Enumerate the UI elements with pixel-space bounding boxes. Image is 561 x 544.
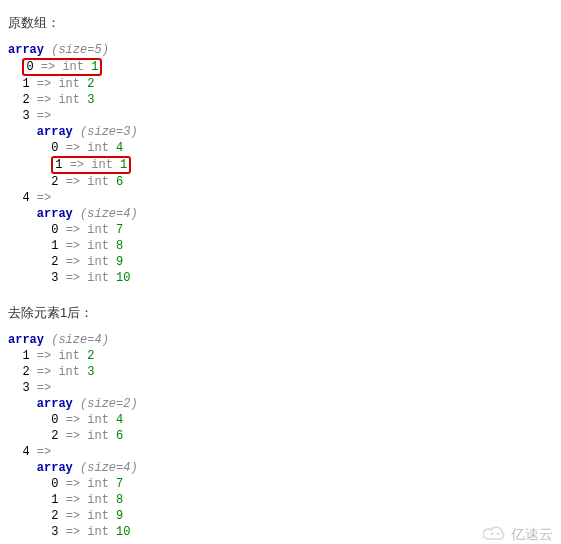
index: 1 [51, 239, 58, 253]
svg-point-0 [491, 533, 494, 536]
index: 2 [22, 365, 29, 379]
index: 0 [26, 60, 33, 74]
type-int: int [87, 255, 109, 269]
type-int: int [87, 223, 109, 237]
svg-point-1 [497, 533, 500, 536]
int-value: 9 [116, 509, 123, 523]
index: 3 [51, 271, 58, 285]
index: 1 [22, 349, 29, 363]
array-keyword: array [37, 207, 73, 221]
arrow: => [37, 77, 51, 91]
index: 1 [55, 158, 62, 172]
type-int: int [87, 509, 109, 523]
int-value: 7 [116, 223, 123, 237]
index: 2 [51, 255, 58, 269]
int-value: 1 [120, 158, 127, 172]
int-value: 10 [116, 271, 130, 285]
index: 0 [51, 413, 58, 427]
arrow: => [66, 255, 80, 269]
arrow: => [37, 365, 51, 379]
size-meta: (size=4) [80, 461, 138, 475]
arrow: => [66, 175, 80, 189]
size-meta: (size=5) [51, 43, 109, 57]
highlight-box: 1 => int 1 [51, 156, 131, 174]
type-int: int [58, 349, 80, 363]
arrow: => [37, 109, 51, 123]
arrow: => [37, 381, 51, 395]
int-value: 4 [116, 141, 123, 155]
size-meta: (size=4) [80, 207, 138, 221]
type-int: int [87, 429, 109, 443]
index: 3 [22, 381, 29, 395]
int-value: 1 [91, 60, 98, 74]
document-root: 原数组： array (size=5) 0 => int 1 1 => int … [8, 14, 553, 540]
type-int: int [58, 365, 80, 379]
array-keyword: array [37, 397, 73, 411]
array-keyword: array [8, 333, 44, 347]
arrow: => [66, 413, 80, 427]
index: 1 [22, 77, 29, 91]
type-int: int [87, 239, 109, 253]
arrow: => [37, 349, 51, 363]
index: 0 [51, 477, 58, 491]
watermark: 亿速云 [483, 525, 553, 544]
highlight-box: 0 => int 1 [22, 58, 102, 76]
arrow: => [66, 429, 80, 443]
int-value: 2 [87, 349, 94, 363]
array-dump-after: array (size=4) 1 => int 2 2 => int 3 3 =… [8, 332, 553, 540]
size-meta: (size=3) [80, 125, 138, 139]
type-int: int [87, 493, 109, 507]
type-int: int [87, 525, 109, 539]
arrow: => [66, 477, 80, 491]
heading-before: 原数组： [8, 14, 553, 32]
array-dump-before: array (size=5) 0 => int 1 1 => int 2 2 =… [8, 42, 553, 286]
index: 4 [22, 191, 29, 205]
arrow: => [70, 158, 84, 172]
type-int: int [87, 271, 109, 285]
size-meta: (size=4) [51, 333, 109, 347]
arrow: => [66, 509, 80, 523]
index: 0 [51, 223, 58, 237]
arrow: => [66, 141, 80, 155]
arrow: => [66, 239, 80, 253]
arrow: => [66, 493, 80, 507]
index: 2 [51, 429, 58, 443]
watermark-text: 亿速云 [511, 526, 553, 544]
arrow: => [37, 445, 51, 459]
index: 2 [22, 93, 29, 107]
int-value: 4 [116, 413, 123, 427]
int-value: 3 [87, 93, 94, 107]
int-value: 8 [116, 239, 123, 253]
type-int: int [91, 158, 113, 172]
size-meta: (size=2) [80, 397, 138, 411]
int-value: 9 [116, 255, 123, 269]
index: 2 [51, 175, 58, 189]
int-value: 3 [87, 365, 94, 379]
int-value: 8 [116, 493, 123, 507]
arrow: => [41, 60, 55, 74]
array-keyword: array [37, 125, 73, 139]
type-int: int [87, 413, 109, 427]
type-int: int [62, 60, 84, 74]
type-int: int [87, 175, 109, 189]
arrow: => [66, 525, 80, 539]
int-value: 10 [116, 525, 130, 539]
arrow: => [37, 93, 51, 107]
index: 0 [51, 141, 58, 155]
type-int: int [58, 77, 80, 91]
type-int: int [87, 477, 109, 491]
index: 1 [51, 493, 58, 507]
arrow: => [37, 191, 51, 205]
index: 3 [51, 525, 58, 539]
int-value: 6 [116, 175, 123, 189]
arrow: => [66, 271, 80, 285]
index: 2 [51, 509, 58, 523]
int-value: 2 [87, 77, 94, 91]
array-keyword: array [37, 461, 73, 475]
int-value: 6 [116, 429, 123, 443]
array-keyword: array [8, 43, 44, 57]
type-int: int [58, 93, 80, 107]
heading-after: 去除元素1后： [8, 304, 553, 322]
index: 4 [22, 445, 29, 459]
int-value: 7 [116, 477, 123, 491]
